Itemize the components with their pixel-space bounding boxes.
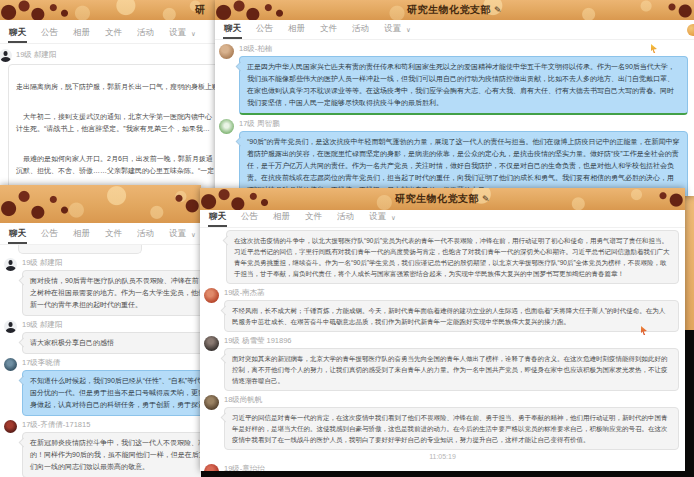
tab-chat[interactable]: 聊天 — [208, 211, 227, 227]
message-bubble: 请大家积极分享自己的感悟 — [22, 332, 201, 354]
chat-window-top-right: 研究生物化党支部✎ 聊天 公告 相册 文件 活动 设置 ∨ 18级-柏楠 正是因… — [215, 0, 694, 196]
sender-name: 17级-齐倩倩-171815 — [22, 420, 195, 430]
tab-announcements[interactable]: 公告 — [255, 23, 274, 39]
tab-announcements[interactable]: 公告 — [40, 27, 59, 43]
group-title: 研 — [0, 3, 217, 17]
avatar[interactable] — [219, 44, 234, 59]
tab-activities[interactable]: 活动 — [351, 23, 370, 39]
timestamp: 11:05:19 — [200, 453, 685, 460]
edit-icon[interactable]: ✎ — [482, 194, 490, 204]
chat-message: 19级 杨雪莹 191896 面对突如其来的新冠病毒，北京大学的青年援鄂医疗队的… — [204, 335, 679, 391]
chat-content: 18级-柏楠 正是因为中华人民国家兴亡匹夫有责的责任传承和苟利国家生死以之的爱国… — [215, 40, 694, 196]
avatar[interactable] — [4, 358, 17, 371]
sender-name: 17级李晓倩 — [22, 358, 195, 368]
message-bubble: 面对突如其来的新冠病毒，北京大学的青年援鄂医疗队的奋勇当先向全国的青年人做出了榜… — [224, 348, 679, 391]
chat-message: 19级-章珆珆 国有难，须自强。青年人，犹当先！抗疫一线的“90后”与我们是同龄… — [204, 463, 679, 471]
tab-albums[interactable]: 相册 — [287, 23, 306, 39]
group-title: 研究生物化党支部✎ — [200, 192, 685, 206]
chevron-down-icon: ∨ — [406, 26, 411, 39]
chat-message-header: 19级 郝建阳 — [1, 48, 217, 62]
sender-name: 19级 郝建阳 — [16, 50, 56, 60]
avatar[interactable] — [0, 49, 12, 62]
tab-chat[interactable]: 聊天 — [8, 228, 27, 244]
tab-announcements[interactable]: 公告 — [40, 228, 59, 244]
avatar[interactable] — [4, 320, 17, 333]
partial-bubble — [18, 245, 142, 254]
screen: 研 聊天 公告 相册 文件 活动 设置 ∨ 19级 郝建阳 走出隔离病房，脱下防… — [0, 0, 694, 477]
tab-albums[interactable]: 相册 — [72, 27, 91, 43]
tab-announcements[interactable]: 公告 — [240, 211, 259, 227]
tab-albums[interactable]: 相册 — [72, 228, 91, 244]
chat-content: 19级 郝建阳 走出隔离病房，脱下防护服，郭新月长出一口气，瘦弱的身板上贴 大年… — [0, 44, 217, 190]
tab-files[interactable]: 文件 — [104, 228, 123, 244]
chat-message: 19级 郝建阳 请大家积极分享自己的感悟 — [4, 319, 195, 354]
avatar[interactable] — [4, 420, 17, 433]
group-banner: 研究生物化党支部✎ — [215, 0, 694, 20]
sender-name: 18级-柏楠 — [239, 44, 688, 54]
tab-settings[interactable]: 设置 — [368, 211, 387, 227]
message-bubble: 不知道什么时候起，我们90后已经从“任性”、“自私”等代名 国分忧的一代。但是勇… — [22, 370, 201, 416]
tab-files[interactable]: 文件 — [319, 23, 338, 39]
message-paragraph: 最难的是如何向家人开口。2月6日，出发前一晚，郭新月拨通 沉默、担忧、不舍、骄傲… — [16, 153, 217, 177]
tab-settings[interactable]: 设置 — [383, 23, 402, 39]
message-bubble: 不经风雨，长不成大树；千锤百炼，方能成钢。今天，新时代青年面临着难得的建功立业的… — [224, 300, 679, 332]
tab-albums[interactable]: 相册 — [272, 211, 291, 227]
sender-name: 19级 杨雪莹 191896 — [224, 336, 679, 346]
group-banner: 研 — [0, 0, 217, 20]
group-title: 研究生物化党支部✎ — [215, 3, 694, 17]
chat-window-bottom-left: 聊天 公告 相册 文件 活动 设置 ∨ 19级 郝建阳 面对疫情，90后青年医疗… — [0, 185, 201, 477]
sender-name: 19级 郝建阳 — [22, 258, 195, 268]
chat-message: 17级-齐倩倩-171815 在新冠肺炎疫情防控斗争中，我们这一代人不畏艰险、冲… — [4, 419, 195, 477]
tab-bar: 聊天 公告 相册 文件 活动 设置 ∨ — [200, 210, 685, 228]
background-banner-sliver — [685, 188, 694, 330]
message-bubble: 正是因为中华人民国家兴亡匹夫有责的责任传承和苟利国家生死以之的爱国精神才能使中华… — [239, 56, 688, 115]
message-paragraph: 走出隔离病房，脱下防护服，郭新月长出一口气，瘦弱的身板上贴 — [16, 81, 217, 93]
banner-artwork — [0, 185, 86, 223]
avatar[interactable] — [204, 336, 219, 351]
tab-files[interactable]: 文件 — [104, 27, 123, 43]
tab-activities[interactable]: 活动 — [136, 228, 155, 244]
chevron-down-icon: ∨ — [191, 30, 196, 43]
sender-name: 19级 郝建阳 — [22, 320, 195, 330]
chat-window-top-left: 研 聊天 公告 相册 文件 活动 设置 ∨ 19级 郝建阳 走出隔离病房，脱下防… — [0, 0, 217, 190]
chat-message: 18级尚帆帆 习近平的回信是对青年一代的肯定，在这次疫情中我们看到了他们不畏艰险… — [204, 394, 679, 450]
chat-content: 19级 郝建阳 面对疫情，90后青年医疗队的队员不畏艰险、冲锋在前，让我 之树种… — [0, 245, 201, 477]
avatar[interactable] — [219, 119, 234, 134]
tab-chat[interactable]: 聊天 — [8, 27, 27, 43]
avatar[interactable] — [4, 258, 17, 271]
group-banner: 研究生物化党支部✎ — [200, 188, 685, 210]
chat-message: 19级-南杰菡 不经风雨，长不成大树；千锤百炼，方能成钢。今天，新时代青年面临着… — [204, 287, 679, 332]
message-bubble: 面对疫情，90后青年医疗队的队员不畏艰险、冲锋在前，让我 之树种在祖国最需要的地… — [22, 270, 201, 316]
avatar[interactable] — [204, 288, 219, 303]
tab-files[interactable]: 文件 — [304, 211, 323, 227]
chat-content: 在这次抗击疫情的斗争中，以北大援鄂医疗队“90后”党员为代表的青年一代不畏艰险，… — [200, 228, 685, 471]
tab-bar: 聊天 公告 相册 文件 活动 设置 ∨ — [215, 20, 694, 40]
chevron-down-icon: ∨ — [191, 231, 196, 244]
chat-message: 17级李晓倩 不知道什么时候起，我们90后已经从“任性”、“自私”等代名 国分忧… — [4, 357, 195, 416]
tab-bar: 聊天 公告 相册 文件 活动 设置 ∨ — [0, 223, 201, 245]
message-paragraph: 大年初二，接到支援武汉的通知，北京大学第一医院内镜中心 计生死。“请战书上，他言… — [16, 111, 217, 135]
edit-icon[interactable]: ✎ — [494, 5, 502, 15]
group-title-text: 研究生物化党支部 — [395, 193, 479, 204]
sender-name: 18级尚帆帆 — [224, 395, 679, 405]
group-title-text: 研 — [195, 4, 206, 15]
orange-dot-indicator — [687, 24, 694, 36]
message-bubble: 在新冠肺炎疫情防控斗争中，我们这一代人不畏艰险、冲锋在 的！同样作为90后的我，… — [22, 432, 201, 477]
tab-settings[interactable]: 设置 — [168, 27, 187, 43]
sender-name: 19级-章珆珆 — [224, 464, 679, 471]
chat-window-bottom-right: 研究生物化党支部✎ 聊天 公告 相册 文件 活动 设置 ∨ 在这次抗击疫情的斗争… — [200, 188, 685, 471]
group-title-text: 研究生物化党支部 — [407, 4, 491, 15]
sender-name: 17级 周智鹏 — [239, 119, 688, 129]
banner-bokeh — [0, 185, 201, 223]
message-bubble: 走出隔离病房，脱下防护服，郭新月长出一口气，瘦弱的身板上贴 大年初二，接到支援武… — [8, 64, 217, 190]
tab-settings[interactable]: 设置 — [168, 228, 187, 244]
tab-chat[interactable]: 聊天 — [223, 23, 242, 39]
message-bubble: 习近平的回信是对青年一代的肯定，在这次疫情中我们看到了他们不畏艰险、冲锋在前、勇… — [224, 407, 679, 450]
tab-activities[interactable]: 活动 — [136, 27, 155, 43]
chevron-down-icon: ∨ — [391, 214, 396, 227]
avatar[interactable] — [204, 395, 219, 410]
avatar[interactable] — [204, 464, 219, 471]
sender-name: 19级-南杰菡 — [224, 288, 679, 298]
tab-activities[interactable]: 活动 — [336, 211, 355, 227]
chat-message: 17级 周智鹏 “90后”的青年党员们，是这次抗疫中年轻而朝气蓬勃的力量，展现了… — [219, 118, 688, 196]
